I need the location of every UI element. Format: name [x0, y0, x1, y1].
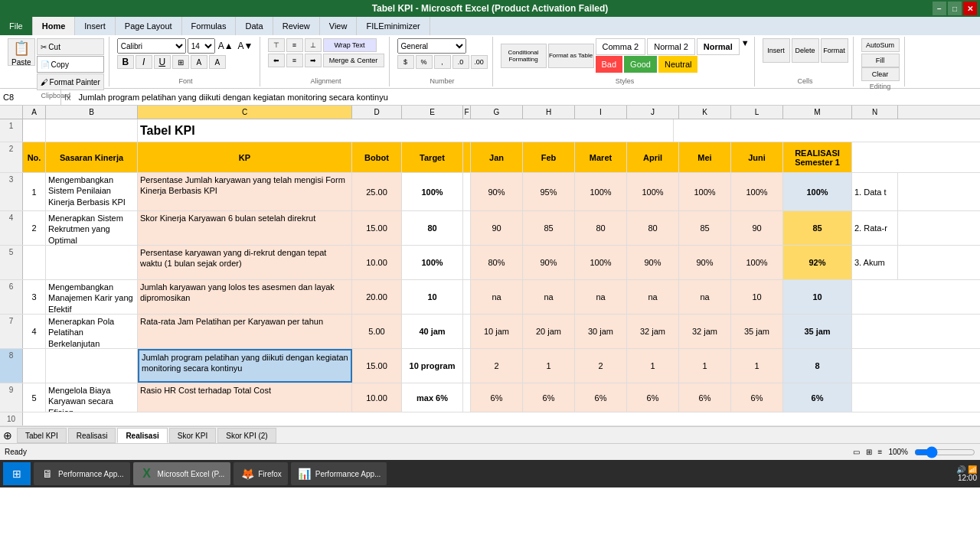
- border-button[interactable]: ⊞: [172, 55, 189, 69]
- cell-a3[interactable]: 1: [23, 173, 46, 210]
- cell-g4[interactable]: 90: [471, 211, 523, 245]
- cell-j8[interactable]: 1: [627, 349, 679, 383]
- cell-k2[interactable]: Mei: [679, 142, 731, 172]
- cell-g5[interactable]: 80%: [471, 246, 523, 279]
- cell-k3[interactable]: 100%: [679, 173, 731, 210]
- cell-f8[interactable]: [463, 349, 471, 383]
- cell-j5[interactable]: 90%: [627, 246, 679, 279]
- col-header-k[interactable]: K: [679, 106, 731, 119]
- cell-i9[interactable]: 6%: [575, 383, 627, 412]
- cell-f6[interactable]: [463, 280, 471, 314]
- align-middle-button[interactable]: ≡: [286, 38, 303, 52]
- sheet-tab-realisasi-1[interactable]: Realisasi: [68, 428, 116, 443]
- cell-l4[interactable]: 90: [731, 211, 783, 245]
- cell-e5[interactable]: 100%: [402, 246, 463, 279]
- cell-m5[interactable]: 92%: [783, 246, 852, 279]
- cell-c2[interactable]: KP: [138, 142, 352, 172]
- styles-scroll-btn[interactable]: ▼: [741, 38, 750, 55]
- fill-button[interactable]: Fill: [861, 54, 900, 67]
- format-painter-button[interactable]: 🖌 Format Painter: [37, 73, 104, 90]
- clear-button[interactable]: Clear: [861, 67, 900, 81]
- taskbar-app-3[interactable]: 📊 Performance App...: [291, 462, 387, 485]
- cell-i7[interactable]: 30 jam: [575, 315, 627, 348]
- cell-k8[interactable]: 1: [679, 349, 731, 383]
- cell-b2[interactable]: Sasaran Kinerja: [46, 142, 138, 172]
- minimize-btn[interactable]: −: [933, 2, 946, 15]
- cell-j3[interactable]: 100%: [627, 173, 679, 210]
- cell-i3[interactable]: 100%: [575, 173, 627, 210]
- view-normal-btn[interactable]: ▭: [853, 448, 860, 456]
- cell-i8[interactable]: 2: [575, 349, 627, 383]
- cell-e9[interactable]: max 6%: [402, 383, 463, 412]
- cell-k4[interactable]: 85: [679, 211, 731, 245]
- cell-f4[interactable]: [463, 211, 471, 245]
- neutral-style[interactable]: Neutral: [658, 56, 697, 73]
- tab-home[interactable]: Home: [33, 17, 76, 35]
- cell-g9[interactable]: 6%: [471, 383, 523, 412]
- cell-b6[interactable]: Mengembangkan Manajemen Karir yang Efekt…: [46, 280, 138, 314]
- taskbar-app-2[interactable]: 🦊 Firefox: [234, 462, 288, 485]
- cell-l8[interactable]: 1: [731, 349, 783, 383]
- col-header-d[interactable]: D: [352, 106, 402, 119]
- cell-l3[interactable]: 100%: [731, 173, 783, 210]
- cell-m3[interactable]: 100%: [783, 173, 852, 210]
- comma-button[interactable]: ,: [434, 55, 451, 69]
- add-sheet-btn[interactable]: ⊕: [3, 429, 12, 442]
- cell-h9[interactable]: 6%: [523, 383, 575, 412]
- cell-m2[interactable]: REALISASI Semester 1: [783, 142, 852, 172]
- cell-l2[interactable]: Juni: [731, 142, 783, 172]
- font-color-button[interactable]: A: [209, 55, 226, 69]
- col-header-b[interactable]: B: [46, 106, 138, 119]
- underline-button[interactable]: U: [154, 55, 171, 69]
- cell-reference[interactable]: C8: [0, 89, 61, 105]
- cell-a9[interactable]: 5: [23, 383, 46, 412]
- cell-j6[interactable]: na: [627, 280, 679, 314]
- cell-n4[interactable]: 2. Rata-r: [852, 211, 898, 245]
- autosum-button[interactable]: AutoSum: [861, 38, 900, 52]
- delete-cells-button[interactable]: Delete: [792, 38, 819, 63]
- sheet-tab-skor-kpi[interactable]: Skor KPI: [169, 428, 216, 443]
- cell-i4[interactable]: 80: [575, 211, 627, 245]
- start-button[interactable]: ⊞: [3, 462, 31, 485]
- tab-page-layout[interactable]: Page Layout: [116, 17, 182, 35]
- cell-f3[interactable]: [463, 173, 471, 210]
- decrease-decimal-button[interactable]: .00: [471, 55, 488, 69]
- cell-c5[interactable]: Persentase karyawan yang di-rekrut denga…: [138, 246, 352, 279]
- cell-l6[interactable]: 10: [731, 280, 783, 314]
- formula-input[interactable]: Jumlah program pelatihan yang diikuti de…: [74, 93, 980, 102]
- cell-k9[interactable]: 6%: [679, 383, 731, 412]
- cell-i2[interactable]: Maret: [575, 142, 627, 172]
- cell-e7[interactable]: 40 jam: [402, 315, 463, 348]
- view-layout-btn[interactable]: ⊞: [866, 448, 872, 456]
- cell-l5[interactable]: 100%: [731, 246, 783, 279]
- bad-style[interactable]: Bad: [596, 56, 623, 73]
- wrap-text-button[interactable]: Wrap Text: [323, 38, 377, 52]
- cell-e3[interactable]: 100%: [402, 173, 463, 210]
- cell-g8[interactable]: 2: [471, 349, 523, 383]
- cell-e4[interactable]: 80: [402, 211, 463, 245]
- align-center-button[interactable]: ≡: [286, 54, 303, 67]
- merge-center-button[interactable]: Merge & Center: [323, 54, 384, 67]
- cell-a8[interactable]: [23, 349, 46, 383]
- cell-k6[interactable]: na: [679, 280, 731, 314]
- conditional-formatting-button[interactable]: Conditional Formatting: [501, 44, 547, 68]
- increase-font-btn[interactable]: A▲: [217, 41, 235, 51]
- cell-g3[interactable]: 90%: [471, 173, 523, 210]
- cell-g7[interactable]: 10 jam: [471, 315, 523, 348]
- align-right-button[interactable]: ➡: [305, 54, 322, 67]
- align-bottom-button[interactable]: ⊥: [305, 38, 322, 52]
- cell-j4[interactable]: 80: [627, 211, 679, 245]
- cell-h8[interactable]: 1: [523, 349, 575, 383]
- col-header-c[interactable]: C: [138, 106, 352, 119]
- cell-e2[interactable]: Target: [402, 142, 463, 172]
- cell-j2[interactable]: April: [627, 142, 679, 172]
- tab-formulas[interactable]: Formulas: [182, 17, 237, 35]
- normal-style[interactable]: Normal: [697, 38, 740, 55]
- align-left-button[interactable]: ⬅: [268, 54, 285, 67]
- cell-l9[interactable]: 6%: [731, 383, 783, 412]
- zoom-slider[interactable]: [914, 447, 975, 458]
- bold-button[interactable]: B: [117, 55, 134, 69]
- tab-review[interactable]: Review: [273, 17, 320, 35]
- cell-m4[interactable]: 85: [783, 211, 852, 245]
- cell-m6[interactable]: 10: [783, 280, 852, 314]
